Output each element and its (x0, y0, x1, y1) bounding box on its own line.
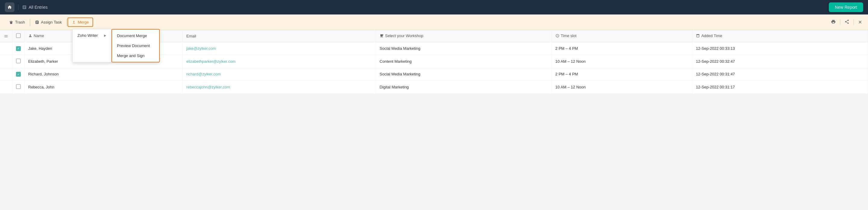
share-button[interactable] (843, 18, 850, 27)
svg-point-1 (557, 35, 558, 36)
toolbar-right-sep-2 (854, 19, 854, 25)
merge-submenu-trigger: Zoho Writer ▶ (72, 29, 112, 62)
document-merge-item[interactable]: Document Merge (112, 31, 159, 41)
header-divider (18, 4, 19, 10)
row-timeslot: 10 AM – 12 Noon (552, 55, 692, 68)
row-checkbox[interactable]: ✓ (16, 46, 21, 51)
row-workshop: Content Marketing (376, 55, 552, 68)
toolbar-right-actions: ✕ (830, 18, 863, 27)
row-timeslot: 2 PM – 4 PM (552, 42, 692, 55)
row-added-time: 12-Sep-2022 00:33:13 (692, 42, 868, 55)
top-header: All Entries New Report (0, 0, 868, 14)
col-timeslot-label: Time slot (561, 33, 577, 38)
table-row: ✓ Richard, Johnson richard@zylker.com So… (0, 68, 868, 81)
row-checkbox-cell[interactable] (12, 55, 24, 68)
col-header-actions (0, 30, 12, 42)
header-title: All Entries (29, 5, 48, 10)
row-workshop: Digital Marketing (376, 81, 552, 94)
toolbar-separator-2 (67, 19, 67, 26)
merge-icon (72, 20, 76, 25)
col-header-timeslot: Time slot (552, 30, 692, 42)
merge-options-dropdown: Document Merge Preview Document Merge an… (112, 29, 160, 62)
row-workshop: Social Media Marketing (376, 68, 552, 81)
assign-task-icon (35, 20, 39, 25)
row-action-cell (0, 42, 12, 55)
col-header-workshop: Select your Workshop (376, 30, 552, 42)
row-workshop: Social Media Marketing (376, 42, 552, 55)
row-checkbox-cell[interactable]: ✓ (12, 42, 24, 55)
merge-label: Merge (78, 20, 89, 25)
zoho-writer-label: Zoho Writer (78, 33, 98, 38)
row-email[interactable]: elizabethparker@zylker.com (183, 55, 376, 68)
row-name: Richard, Johnson (24, 68, 183, 81)
table-row: Rebecca, John rebeccajohn@zylker.com Dig… (0, 81, 868, 94)
row-email[interactable]: rebeccajohn@zylker.com (183, 81, 376, 94)
row-checkbox[interactable]: ✓ (16, 72, 21, 77)
toolbar-right-sep-1 (840, 19, 840, 25)
preview-document-item[interactable]: Preview Document (112, 41, 159, 51)
name-col-icon (28, 34, 32, 38)
merge-button[interactable]: Merge (67, 18, 93, 27)
select-all-checkbox[interactable] (16, 33, 21, 38)
timeslot-col-icon (555, 34, 559, 38)
print-button[interactable] (830, 18, 837, 27)
submenu-arrow-icon: ▶ (104, 34, 106, 37)
row-action-cell (0, 55, 12, 68)
merge-and-sign-item[interactable]: Merge and Sign (112, 51, 159, 61)
col-name-label: Name (34, 33, 44, 38)
row-email[interactable]: richard@zylker.com (183, 68, 376, 81)
row-checkbox[interactable] (16, 59, 21, 63)
added-time-col-icon (696, 34, 700, 38)
row-email[interactable]: jake@zylker.com (183, 42, 376, 55)
row-added-time: 12-Sep-2022 00:31:17 (692, 81, 868, 94)
zoho-writer-menu-item[interactable]: Zoho Writer ▶ (73, 30, 111, 40)
col-header-email: Email (183, 30, 376, 42)
close-toolbar-button[interactable]: ✕ (857, 18, 863, 26)
action-toolbar: Trash Assign Task Merge ✕ (0, 14, 868, 30)
col-header-added-time: Added Time (692, 30, 868, 42)
home-button[interactable] (5, 2, 14, 12)
col-added-time-label: Added Time (701, 33, 722, 38)
trash-icon (9, 20, 13, 25)
row-checkbox[interactable] (16, 84, 21, 89)
col-workshop-label: Select your Workshop (385, 33, 424, 38)
row-checkbox-cell[interactable] (12, 81, 24, 94)
row-name: Rebecca, John (24, 81, 183, 94)
row-timeslot: 10 AM – 12 Noon (552, 81, 692, 94)
column-settings-icon[interactable] (4, 34, 8, 38)
trash-label: Trash (15, 20, 25, 25)
row-timeslot: 2 PM – 4 PM (552, 68, 692, 81)
entries-icon (22, 5, 27, 10)
merge-dropdown-container: Zoho Writer ▶ Document Merge Preview Doc… (72, 29, 160, 62)
trash-button[interactable]: Trash (5, 18, 29, 27)
row-action-cell (0, 81, 12, 94)
home-icon (7, 5, 12, 10)
assign-task-label: Assign Task (41, 20, 62, 25)
share-icon (844, 19, 849, 24)
row-action-cell (0, 68, 12, 81)
print-icon (831, 19, 836, 24)
new-report-button[interactable]: New Report (829, 2, 863, 12)
row-added-time: 12-Sep-2022 00:31:47 (692, 68, 868, 81)
header-title-area: All Entries (22, 5, 48, 10)
assign-task-button[interactable]: Assign Task (31, 18, 66, 27)
row-added-time: 12-Sep-2022 00:32:47 (692, 55, 868, 68)
col-header-checkbox (12, 30, 24, 42)
row-checkbox-cell[interactable]: ✓ (12, 68, 24, 81)
workshop-col-icon (380, 34, 384, 38)
close-icon: ✕ (858, 20, 862, 25)
